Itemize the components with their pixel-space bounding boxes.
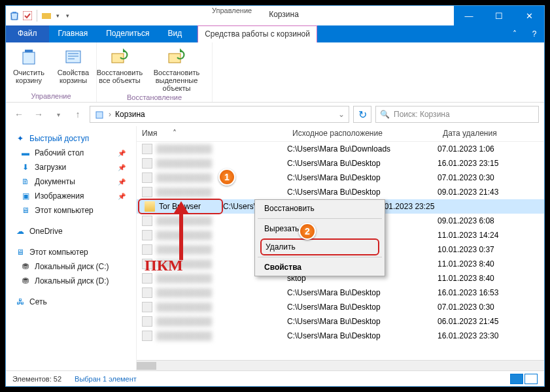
file-name: ██████████ (156, 274, 212, 283)
sidebar-item-thispc-pinned[interactable]: 🖥Этот компьютер (6, 203, 136, 218)
restore-all-button[interactable]: Восстановить все объекты (99, 46, 140, 84)
ribbon-group-manage: Очистить корзину Свойства корзины Управл… (6, 42, 97, 102)
pc-icon: 🖥 (15, 247, 26, 257)
file-icon (142, 302, 152, 312)
file-date: 07.01.2023 0:30 (438, 173, 529, 182)
file-row[interactable]: ██████████C:\Users\Mara Bu\Desktop09.01.… (137, 185, 544, 199)
file-row[interactable]: ██████████C:\Users\Mara Bu\Desktop16.01.… (137, 329, 544, 343)
file-location: C:\Users\Mara Bu\Desktop (287, 331, 438, 340)
file-row[interactable]: ██████████C:\Users\Mara Bu\Desktop07.01.… (137, 300, 544, 314)
sidebar-network[interactable]: 🖧Сеть (6, 295, 136, 309)
tab-home[interactable]: Главная (49, 25, 97, 42)
tab-view[interactable]: Вид (158, 25, 191, 42)
search-input[interactable]: 🔍 Поиск: Корзина (375, 106, 539, 123)
file-row[interactable]: ██████████C:\Users\Mara Bu\Desktop16.01.… (137, 286, 544, 300)
file-name: ██████████ (156, 331, 212, 340)
restore-selected-button[interactable]: Восстановить выделенные объекты (144, 46, 209, 92)
ribbon-collapse-icon[interactable]: ˄ (505, 25, 524, 42)
annotation-badge-2: 2 (299, 223, 316, 240)
file-icon (142, 331, 152, 341)
sidebar-drive-d[interactable]: ⛃Локальный диск (D:) (6, 274, 136, 288)
horizontal-scrollbar[interactable] (137, 360, 544, 370)
annotation-pkm-label: ПКМ (145, 257, 183, 274)
downloads-icon: ⬇ (20, 162, 31, 172)
nav-forward-button[interactable]: → (31, 106, 46, 122)
refresh-button[interactable]: ↻ (353, 106, 371, 123)
file-row[interactable]: ██████████C:\Users\Mara Bu\Desktop16.01.… (137, 156, 544, 171)
tab-file[interactable]: Файл (6, 25, 49, 42)
minimize-button[interactable]: — (454, 6, 484, 25)
menu-properties[interactable]: Свойства (255, 259, 385, 276)
file-icon (142, 158, 152, 169)
restore-selected-label: Восстановить выделенные объекты (144, 69, 209, 92)
file-name: ██████████ (156, 188, 212, 197)
file-date: 07.01.2023 1:06 (438, 144, 529, 154)
menu-cut[interactable]: Вырезать (255, 220, 385, 237)
network-icon: 🖧 (15, 297, 26, 307)
pictures-icon: ▣ (20, 191, 31, 201)
nav-up-button[interactable]: ↑ (70, 106, 86, 122)
trash-icon (18, 46, 39, 67)
ribbon-help-icon[interactable]: ? (524, 25, 544, 42)
sidebar-onedrive[interactable]: ☁OneDrive (6, 224, 136, 238)
qat-overflow-icon[interactable]: ▾ (63, 12, 72, 19)
file-location: C:\Users\Mara Bu\Desktop (287, 159, 438, 168)
file-date: 16.01.2023 23:25 (373, 202, 465, 211)
sidebar-drive-c[interactable]: ⛃Локальный диск (C:) (6, 259, 136, 274)
column-name[interactable]: Имя˄ (137, 126, 287, 141)
maximize-button[interactable]: ☐ (484, 6, 514, 25)
annotation-badge-1: 1 (218, 169, 235, 186)
breadcrumb-item[interactable]: Корзина (115, 110, 145, 119)
file-date: 10.01.2023 0:37 (438, 245, 529, 254)
file-date: 16.01.2023 23:30 (438, 331, 529, 340)
svg-rect-6 (66, 51, 80, 63)
tab-share[interactable]: Поделиться (97, 25, 158, 42)
sort-indicator-icon: ˄ (173, 129, 177, 139)
file-row[interactable]: ██████████C:\Users\Mara Bu\Desktop06.01.… (137, 314, 544, 329)
recycle-bin-properties-label: Свойства корзины (53, 69, 94, 84)
view-details-button[interactable] (510, 374, 523, 384)
qat-dropdown-icon[interactable]: ▾ (54, 12, 62, 19)
empty-recycle-bin-button[interactable]: Очистить корзину (9, 46, 49, 84)
close-button[interactable]: ✕ (514, 6, 544, 25)
file-row[interactable]: ██████████C:\Users\Mara Bu\Desktop07.01.… (137, 171, 544, 185)
sidebar-item-downloads[interactable]: ⬇Загрузки📌 (6, 160, 136, 174)
ribbon-group-restore-label: Восстановление (127, 92, 182, 103)
menu-delete[interactable]: Удалить (260, 238, 379, 255)
documents-icon: 🗎 (20, 176, 31, 187)
sidebar-item-documents[interactable]: 🗎Документы📌 (6, 174, 136, 189)
column-location[interactable]: Исходное расположение (287, 126, 438, 141)
contextual-tab-group: Управление (205, 6, 258, 25)
status-bar: Элементов: 52 Выбран 1 элемент (6, 370, 544, 386)
svg-marker-11 (174, 201, 188, 213)
file-name: ██████████ (156, 317, 212, 326)
sidebar-item-pictures[interactable]: ▣Изображения📌 (6, 189, 136, 203)
file-icon (142, 316, 152, 327)
pin-icon: 📌 (118, 164, 126, 171)
sidebar-quick-access[interactable]: ✦ Быстрый доступ (6, 131, 136, 146)
qat-save-icon[interactable] (22, 10, 33, 22)
file-location: C:\Users\Mara Bu\Desktop (287, 317, 438, 326)
menu-restore[interactable]: Восстановить (255, 200, 385, 217)
recycle-bin-properties-button[interactable]: Свойства корзины (53, 46, 94, 84)
svg-rect-4 (23, 52, 35, 64)
explorer-window: ▾ ▾ Управление Корзина — ☐ ✕ Файл Главна… (5, 5, 545, 387)
file-name: ██████████ (156, 302, 212, 312)
qat-folder-icon[interactable] (41, 10, 52, 22)
column-date[interactable]: Дата удаления (438, 126, 529, 141)
window-controls: — ☐ ✕ (454, 6, 544, 25)
titlebar: ▾ ▾ Управление Корзина — ☐ ✕ (6, 6, 544, 25)
breadcrumb-dropdown-icon[interactable]: ⌄ (338, 110, 345, 119)
file-row[interactable]: ██████████C:\Users\Mara Bu\Downloads07.0… (137, 142, 544, 156)
view-icons-button[interactable] (524, 374, 538, 384)
nav-back-button[interactable]: ← (11, 106, 27, 122)
file-date: 11.01.2023 14:24 (438, 231, 529, 240)
pin-icon: 📌 (118, 193, 126, 200)
ribbon-group-restore: Восстановить все объекты Восстановить вы… (97, 42, 213, 102)
sidebar-item-desktop[interactable]: ▬Рабочий стол📌 (6, 146, 136, 160)
sidebar-thispc[interactable]: 🖥Этот компьютер (6, 245, 136, 259)
nav-history-dropdown[interactable]: ▾ (50, 106, 66, 122)
tab-recycle-tools[interactable]: Средства работы с корзиной (198, 25, 317, 42)
svg-rect-9 (96, 112, 103, 118)
breadcrumb[interactable]: › Корзина ⌄ (90, 106, 349, 123)
